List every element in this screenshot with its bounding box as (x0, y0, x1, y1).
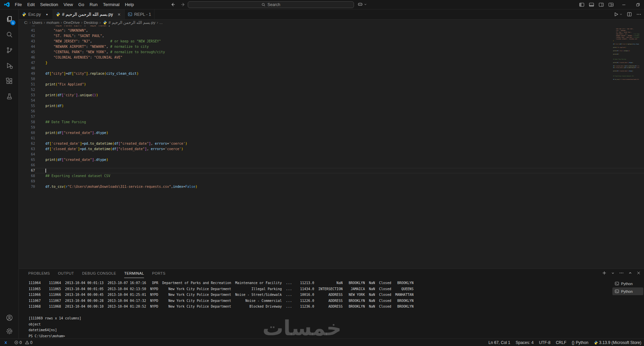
code-line[interactable]: 60print(df["created_date"].dtype) (19, 130, 644, 136)
customize-layout-icon[interactable] (606, 0, 616, 9)
menu-help[interactable]: Help (122, 0, 137, 9)
code-line[interactable]: 55print(df) (19, 103, 644, 109)
copilot-button[interactable] (358, 2, 367, 7)
code-line[interactable]: 54 (19, 98, 644, 103)
panel-tab-ports[interactable]: PORTS (152, 269, 166, 278)
code-editor[interactable]: 40 "NEW YORK CITY": "NEW YORK",41 "nan":… (19, 26, 644, 269)
panel-tab-output[interactable]: OUTPUT (58, 269, 74, 278)
minimap[interactable]: "NEW YORK CITY": "NEW YORK", "nan": "UNK… (613, 28, 639, 87)
code-line[interactable]: 42 "ST. PAUL": "SAINT PAUL", (19, 33, 644, 39)
python-interpreter-status[interactable]: 3.13.9 (Microsoft Store) (591, 339, 644, 346)
code-line[interactable]: 46 "COLONIAL AVENUES": "COLONIAL AVE" (19, 55, 644, 60)
code-line[interactable]: 67 (19, 168, 644, 173)
breadcrumb-symbol-path[interactable]: ... (159, 21, 163, 25)
new-terminal-icon[interactable] (602, 271, 607, 275)
menu-view[interactable]: View (61, 0, 76, 9)
activity-explorer[interactable]: 1 (0, 11, 19, 27)
code-line[interactable]: 56 (19, 109, 644, 114)
code-line[interactable]: 70df.to_csv(r"C:\Users\moham\Downloads\3… (19, 184, 644, 189)
toggle-panel-icon[interactable] (586, 0, 596, 9)
line-number: 43 (19, 39, 35, 44)
minimap-content: "NEW YORK CITY": "NEW YORK", "nan": "UNK… (613, 28, 639, 80)
code-line[interactable]: 47} (19, 60, 644, 66)
more-actions-icon[interactable] (636, 12, 641, 17)
settings-gear-icon[interactable] (0, 324, 19, 338)
breadcrumb-filename[interactable]: # بسم الله الرحمن الرحيم.py (109, 20, 155, 25)
terminal-profile-chevron-icon[interactable] (611, 271, 615, 275)
toggle-primary-sidebar-icon[interactable] (577, 0, 586, 9)
modified-dot-icon[interactable]: ● (45, 13, 49, 16)
menu-edit[interactable]: Edit (25, 0, 37, 9)
code-line[interactable]: 65print(df["created_date"].dtype) (19, 157, 644, 163)
tab-bismillah-py[interactable]: # بسم الله الرحمن الرحيم.py × (53, 9, 125, 19)
tab-repl-1[interactable]: REPL - 1 (125, 9, 154, 19)
menu-terminal[interactable]: Terminal (100, 0, 122, 9)
terminal-instance-python-2[interactable]: Python (612, 287, 643, 295)
encoding-status[interactable]: UTF-8 (536, 339, 553, 346)
close-tab-icon[interactable]: × (117, 12, 121, 17)
breadcrumb-drive[interactable]: C: (24, 21, 28, 25)
code-line[interactable]: 53print(df['city'].unique()) (19, 93, 644, 98)
activity-testing[interactable] (0, 89, 19, 104)
code-line[interactable]: 45 "CENTRAL PARK": "NEW YORK", # normali… (19, 49, 644, 55)
code-line[interactable]: 50 (19, 76, 644, 82)
code-line[interactable]: 61 (19, 136, 644, 141)
code-line[interactable]: 59 (19, 125, 644, 130)
menu-go[interactable]: Go (76, 0, 87, 9)
menu-run[interactable]: Run (87, 0, 100, 9)
panel-tab-terminal[interactable]: TERMINAL (124, 269, 144, 278)
line-number: 57 (19, 114, 35, 119)
activity-run-debug[interactable] (0, 58, 19, 73)
menu-selection[interactable]: Selection (37, 0, 61, 9)
back-arrow-icon[interactable] (170, 2, 175, 7)
menu-file[interactable]: File (12, 0, 25, 9)
code-line[interactable]: 62df['created_date']=pd.to_datetime(df["… (19, 141, 644, 146)
remote-indicator-icon[interactable] (0, 339, 11, 346)
code-line[interactable]: 68## Exporting cleaned dataset CSV (19, 173, 644, 179)
toggle-secondary-sidebar-icon[interactable] (596, 0, 606, 9)
maximize-panel-icon[interactable] (628, 271, 632, 275)
activity-source-control[interactable] (0, 42, 19, 58)
breadcrumb-users[interactable]: Users (32, 21, 42, 25)
terminal-instance-python-1[interactable]: Python (612, 280, 643, 287)
problems-status[interactable]: 0 0 (11, 339, 37, 346)
panel-tab-problems[interactable]: PROBLEMS (28, 269, 50, 278)
activity-search[interactable] (0, 27, 19, 42)
terminal-output[interactable]: 111064 111064 2013-10-04 00:01:13 2013-1… (19, 278, 644, 339)
close-panel-icon[interactable] (637, 271, 641, 275)
tab-exc-py[interactable]: Exc.py ● (19, 9, 53, 19)
code-line[interactable]: 51print("Fix Applied") (19, 82, 644, 87)
cursor-position-status[interactable]: Ln 67, Col 1 (486, 339, 513, 346)
restore-window-button[interactable] (632, 0, 644, 9)
python-file-icon (56, 12, 60, 16)
code-line[interactable]: 58## Date Time Parsing (19, 119, 644, 125)
code-line[interactable]: 57 (19, 114, 644, 119)
line-number: 42 (19, 33, 35, 39)
panel-tab-debug-console[interactable]: DEBUG CONSOLE (82, 269, 116, 278)
breadcrumb-desktop[interactable]: Desktop (84, 21, 98, 25)
search-command-center[interactable]: Search (188, 1, 354, 8)
code-line[interactable]: 49df["city"]=df["city"].replace(city_cle… (19, 71, 644, 76)
breadcrumb-onedrive[interactable]: OneDrive (63, 21, 80, 25)
breadcrumb-moham[interactable]: moham (46, 21, 59, 25)
forward-arrow-icon[interactable] (181, 2, 186, 7)
code-line[interactable]: 48 (19, 66, 644, 71)
code-line[interactable]: 66 (19, 163, 644, 168)
run-python-file-button[interactable] (614, 12, 622, 17)
panel-more-actions-icon[interactable] (619, 271, 624, 275)
code-line[interactable]: 69 (19, 179, 644, 184)
code-line[interactable]: 52 (19, 87, 644, 93)
code-line[interactable]: 64 (19, 152, 644, 157)
language-mode-status[interactable]: {} Python (569, 339, 591, 346)
split-editor-icon[interactable] (627, 12, 632, 17)
activity-extensions[interactable] (0, 73, 19, 89)
code-line[interactable]: 44 "NEWARK AIRPORT": "NEWARK", # normali… (19, 44, 644, 49)
code-line[interactable]: 63df['closed_date']=pd.to_datetime(df["c… (19, 146, 644, 152)
account-icon[interactable] (0, 311, 19, 324)
minimize-button[interactable] (618, 0, 630, 9)
code-line[interactable]: 40 "NEW YORK CITY": "NEW YORK", (19, 26, 644, 28)
indentation-status[interactable]: Spaces: 4 (513, 339, 536, 346)
code-line[interactable]: 41 "nan": "UNKNOWN", (19, 28, 644, 33)
eol-status[interactable]: CRLF (553, 339, 569, 346)
code-line[interactable]: 43 "NEW JERSEY": "NJ", # or keep as "NEW… (19, 39, 644, 44)
